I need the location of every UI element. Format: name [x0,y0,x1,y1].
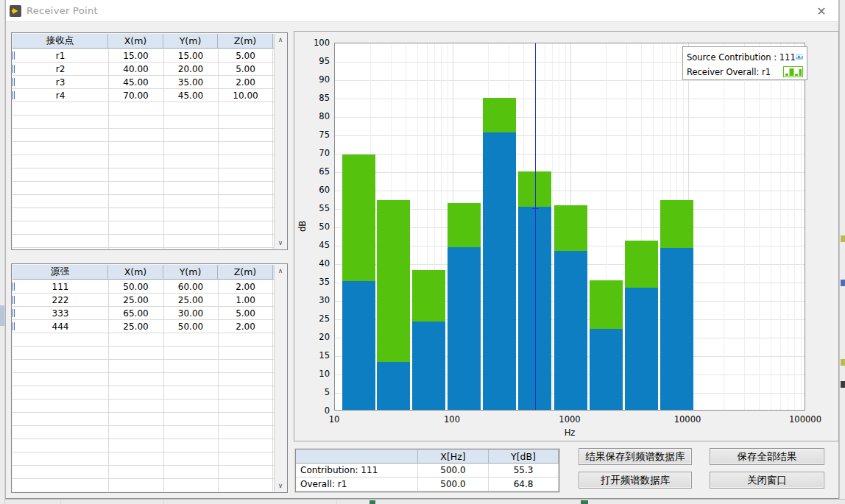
receiver-table-row[interactable]: r345.0035.002.00 [13,76,274,89]
scroll-down-icon[interactable]: ∨ [275,480,286,491]
source-table-cell[interactable]: 25.00 [108,320,163,333]
y-tick-label: 90 [296,74,330,85]
receiver-table-body[interactable]: r115.0015.005.00r240.0020.005.00r345.003… [13,49,274,249]
source-table-cell[interactable]: 222 [13,294,108,307]
receiver-table-cell[interactable]: 5.00 [218,49,273,63]
source-table-header-cell[interactable]: 源强 [13,265,108,279]
receiver-table-header-cell[interactable]: Z(m) [218,34,273,48]
receiver-table-header-cell[interactable]: X(m) [108,34,163,48]
source-table-cell[interactable]: 2.00 [218,280,273,294]
source-table-cell[interactable]: 5.00 [218,307,273,320]
receiver-table-cell[interactable]: 40.00 [108,63,163,76]
receiver-table-cell[interactable]: 5.00 [218,63,273,76]
x-tick-label: 10 [305,414,364,425]
receiver-table-cell[interactable]: 20.00 [163,63,218,76]
legend-plot-icon-green [783,66,803,77]
receiver-table-cell[interactable]: 35.00 [163,76,218,89]
y-tick-label: 80 [296,111,330,121]
receiver-table-row[interactable]: r470.0045.0010.00 [13,89,274,102]
y-tick-label: 40 [296,258,330,269]
bar-contribution [448,247,481,411]
bar-contribution [554,251,587,410]
x-axis-label: Hz [540,427,599,438]
source-table-row[interactable]: 11150.0060.002.00 [13,280,274,294]
cursor-table-header-cell: Y[dB] [489,450,559,464]
source-table-body[interactable]: 11150.0060.002.0022225.0025.001.0033365.… [13,280,274,491]
source-table-scrollbar[interactable]: ∧∨ [274,265,286,491]
cursor-table-cell[interactable]: 55.3 [489,464,559,478]
receiver-table-cell[interactable]: 2.00 [218,76,273,89]
plot-area[interactable] [334,43,805,411]
cursor-table-cell[interactable]: Contribution: 111 [296,464,418,478]
titlebar: Receiver Point ✕ [6,0,838,22]
row-marker-icon [13,309,15,317]
source-table-cell[interactable]: 25.00 [108,294,163,307]
cursor-table-row[interactable]: Overall: r1500.064.8 [296,478,559,491]
receiver-table-row[interactable]: r240.0020.005.00 [13,63,274,76]
row-marker-icon [13,296,15,304]
receiver-table-cell[interactable]: r2 [13,63,108,76]
receiver-table-cell[interactable]: 15.00 [108,49,163,63]
save-all-results-button[interactable]: 保存全部结果 [710,448,824,465]
scroll-down-icon[interactable]: ∨ [275,237,286,249]
receiver-table-cell[interactable]: 45.00 [108,76,163,89]
receiver-table-cell[interactable]: r3 [13,76,108,89]
legend-label: Source Contribution : 111 [687,52,796,63]
receiver-table-scrollbar[interactable]: ∧∨ [274,34,286,249]
source-table-header-cell[interactable]: X(m) [108,265,163,279]
cursor-table-cell[interactable]: 500.0 [418,464,489,478]
receiver-table-header-cell[interactable]: 接收点 [13,34,108,48]
close-window-button[interactable]: 关闭窗口 [710,472,824,489]
receiver-table-cell[interactable]: 70.00 [108,89,163,102]
y-tick-label: 65 [296,166,330,177]
receiver-table-header-cell[interactable]: Y(m) [163,34,218,48]
source-table-cell[interactable]: 60.00 [163,280,218,294]
cursor-table-row[interactable]: Contribution: 111500.055.3 [296,464,559,478]
scroll-up-icon[interactable]: ∧ [275,34,286,46]
cursor-table-cell[interactable]: 500.0 [418,478,489,491]
receiver-table-cell[interactable]: 45.00 [163,89,218,102]
source-table-cell[interactable]: 2.00 [218,320,273,333]
gridline [552,43,553,410]
source-table-cell[interactable]: 65.00 [108,307,163,320]
source-table-cell[interactable]: 1.00 [218,294,273,307]
source-table-row[interactable]: 22225.0025.001.00 [13,294,274,307]
scroll-up-icon[interactable]: ∧ [275,265,286,277]
close-icon[interactable]: ✕ [812,3,831,19]
receiver-table-row[interactable]: r115.0015.005.00 [13,49,274,63]
cursor-table-cell[interactable]: 64.8 [489,478,559,491]
source-table-cell[interactable]: 333 [13,307,108,320]
source-table-cell[interactable]: 30.00 [163,307,218,320]
receiver-table-header: 接收点X(m)Y(m)Z(m) [13,34,274,49]
row-marker-icon [13,283,15,291]
y-tick-label: 25 [296,313,330,324]
cursor-line[interactable] [535,43,536,410]
cursor-crosshair[interactable] [532,208,539,209]
receiver-table-cell[interactable]: 10.00 [218,89,273,102]
cursor-table-cell[interactable]: Overall: r1 [296,478,418,491]
source-table-row[interactable]: 44425.0050.002.00 [13,320,274,333]
bar-contribution [342,281,375,410]
legend-item-overall[interactable]: Receiver Overall: r1 [687,65,803,79]
y-tick-label: 95 [296,56,330,66]
source-table-cell[interactable]: 50.00 [108,280,163,294]
receiver-table-cell[interactable]: r1 [13,49,108,63]
source-table-cell[interactable]: 50.00 [163,320,218,333]
legend-item-contribution[interactable]: Source Contribution : 111 [687,50,803,64]
open-spectrum-db-button[interactable]: 打开频谱数据库 [579,472,692,489]
bar-contribution [377,362,410,410]
window-title: Receiver Point [26,5,98,16]
source-table-cell[interactable]: 25.00 [163,294,218,307]
gridline [780,43,781,410]
bar-contribution [660,248,693,410]
source-table-cell[interactable]: 444 [13,320,108,333]
source-table-row[interactable]: 33365.0030.005.00 [13,307,274,320]
source-table-header-cell[interactable]: Y(m) [163,265,218,279]
save-to-spectrum-db-button[interactable]: 结果保存到频谱数据库 [579,448,692,465]
source-table-header-cell[interactable]: Z(m) [218,265,273,279]
receiver-table-cell[interactable]: r4 [13,89,108,102]
y-tick-label: 35 [296,277,330,287]
source-table-cell[interactable]: 111 [13,280,108,294]
x-tick-label: 10000 [658,414,717,425]
receiver-table-cell[interactable]: 15.00 [163,49,218,63]
